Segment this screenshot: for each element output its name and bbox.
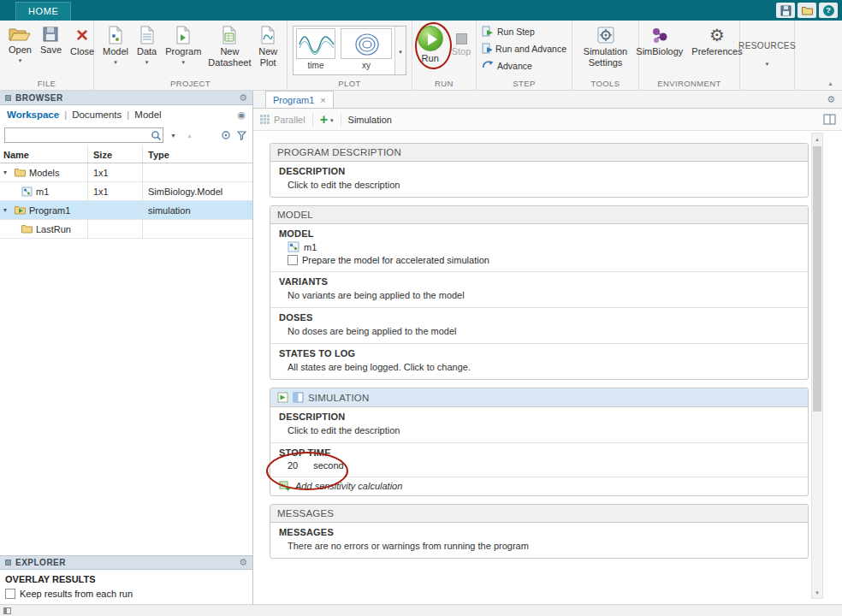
table-row-models[interactable]: ▾ Models 1x1 bbox=[0, 163, 252, 182]
group-label-run: RUN bbox=[412, 79, 476, 88]
scope-icon[interactable] bbox=[219, 129, 232, 142]
panel-toggle-icon[interactable] bbox=[3, 607, 11, 614]
doses-block[interactable]: DOSES No doses are being applied to the … bbox=[270, 307, 808, 343]
column-header-type[interactable]: Type bbox=[143, 146, 252, 163]
tab-model[interactable]: Model bbox=[134, 110, 161, 120]
scroll-down-icon[interactable]: ▾ bbox=[812, 587, 822, 598]
keep-results-row[interactable]: Keep results from each run bbox=[0, 586, 252, 604]
tab-documents[interactable]: Documents bbox=[72, 110, 122, 120]
prepare-model-row[interactable]: Prepare the model for accelerated simula… bbox=[279, 255, 799, 265]
save-button[interactable]: Save bbox=[37, 24, 65, 57]
explorer-panel-header[interactable]: EXPLORER ⚙ bbox=[0, 555, 252, 570]
add-sensitivity-row[interactable]: Add sensitivity calculation bbox=[270, 477, 808, 495]
column-header-name[interactable]: Name bbox=[0, 146, 88, 163]
gallery-dropdown-button[interactable]: ▾ bbox=[394, 27, 406, 74]
keep-results-checkbox[interactable] bbox=[5, 589, 15, 599]
toolbar-separator bbox=[312, 113, 313, 127]
table-row-m1[interactable]: m1 1x1 SimBiology.Model bbox=[0, 182, 252, 201]
search-input[interactable] bbox=[5, 128, 149, 142]
tab-program1[interactable]: Program1 × bbox=[265, 91, 334, 108]
collapse-ribbon-icon[interactable]: ▲ bbox=[827, 80, 833, 86]
variants-text[interactable]: No variants are being applied to the mod… bbox=[279, 289, 799, 301]
row-type bbox=[143, 163, 252, 181]
gear-icon[interactable]: ⚙ bbox=[827, 94, 835, 105]
description-text[interactable]: Click to edit the description bbox=[279, 179, 799, 191]
add-step-button[interactable]: + ▾ bbox=[320, 114, 334, 126]
new-datasheet-label: New Datasheet bbox=[208, 46, 251, 68]
model-section-header[interactable]: MODEL bbox=[270, 206, 808, 224]
table-header-row[interactable]: Name Size Type bbox=[0, 146, 252, 163]
help-button[interactable]: ? bbox=[819, 3, 838, 18]
save-quick-button[interactable] bbox=[776, 3, 795, 18]
table-row-program1[interactable]: ▾ Program1 simulation bbox=[0, 201, 252, 220]
run-button[interactable]: Run bbox=[414, 24, 447, 66]
browser-search-row: ▾ ▴ bbox=[0, 124, 252, 146]
twisty-open-icon[interactable]: ▾ bbox=[3, 206, 11, 214]
search-box[interactable] bbox=[4, 127, 163, 143]
scrollbar-thumb[interactable] bbox=[813, 146, 821, 412]
states-to-log-text[interactable]: All states are being logged. Click to ch… bbox=[279, 361, 799, 373]
gear-icon[interactable]: ⚙ bbox=[239, 93, 247, 103]
parallel-button[interactable]: Parallel bbox=[260, 115, 305, 125]
new-datasheet-button[interactable]: New Datasheet bbox=[206, 24, 252, 69]
add-sensitivity-link[interactable]: Add sensitivity calculation bbox=[295, 481, 402, 491]
simbiology-button[interactable]: SimBiology bbox=[632, 24, 686, 59]
filter-icon[interactable] bbox=[235, 129, 248, 142]
run-step-button[interactable]: Run Step bbox=[482, 26, 566, 37]
titlebar: HOME ? bbox=[0, 0, 842, 21]
close-icon[interactable]: × bbox=[320, 95, 325, 105]
preferences-button[interactable]: ⚙ Preferences bbox=[688, 24, 745, 59]
run-and-advance-button[interactable]: Run and Advance bbox=[482, 43, 566, 54]
close-x-icon: × bbox=[76, 26, 88, 44]
gear-icon[interactable]: ⚙ bbox=[239, 558, 247, 567]
program-button[interactable]: Program ▾ bbox=[162, 24, 205, 67]
plot-type-time[interactable]: time bbox=[294, 27, 338, 74]
messages-section-header[interactable]: MESSAGES bbox=[270, 505, 808, 523]
search-previous-icon[interactable]: ▴ bbox=[183, 129, 196, 142]
model-m1-row[interactable]: m1 bbox=[279, 241, 799, 252]
tab-workspace[interactable]: Workspace bbox=[7, 110, 59, 120]
twisty-open-icon[interactable]: ▾ bbox=[3, 169, 11, 176]
new-plot-label: New Plot bbox=[258, 46, 278, 68]
ribbon-group-environment: SimBiology ⚙ Preferences ENVIRONMENT bbox=[639, 21, 740, 90]
row-type: simulation bbox=[143, 201, 252, 219]
tab-home[interactable]: HOME bbox=[15, 2, 71, 21]
column-header-size[interactable]: Size bbox=[88, 146, 143, 163]
states-to-log-block[interactable]: STATES TO LOG All states are being logge… bbox=[270, 343, 808, 379]
search-icon[interactable] bbox=[149, 130, 163, 141]
variants-block[interactable]: VARIANTS No variants are being applied t… bbox=[270, 271, 808, 307]
search-options-chevron-icon[interactable]: ▾ bbox=[167, 129, 180, 142]
simbiology-label: SimBiology bbox=[636, 46, 683, 57]
plot-type-xy[interactable]: xy bbox=[338, 27, 394, 74]
open-quick-button[interactable] bbox=[798, 3, 816, 18]
stop-time-block[interactable]: STOP TIME 20 second bbox=[270, 442, 808, 477]
help-icon: ? bbox=[823, 5, 834, 16]
description-block[interactable]: DESCRIPTION Click to edit the descriptio… bbox=[270, 162, 808, 197]
scroll-up-icon[interactable]: ▴ bbox=[812, 133, 822, 145]
program-description-header[interactable]: PROGRAM DESCRIPTION bbox=[270, 144, 808, 162]
stop-time-value[interactable]: 20 bbox=[288, 460, 298, 471]
stop-time-unit[interactable]: second bbox=[313, 460, 343, 471]
new-plot-button[interactable]: New Plot bbox=[254, 24, 282, 69]
data-button[interactable]: Data ▾ bbox=[133, 24, 160, 67]
stop-button[interactable]: Stop bbox=[448, 24, 475, 59]
model-button[interactable]: Model ▾ bbox=[99, 24, 132, 67]
prepare-model-checkbox[interactable] bbox=[288, 255, 298, 265]
panel-options-icon[interactable]: ◉ bbox=[237, 110, 246, 121]
simulation-description-block[interactable]: DESCRIPTION Click to edit the descriptio… bbox=[270, 407, 808, 442]
chevron-down-icon: ▾ bbox=[145, 59, 149, 65]
doses-text[interactable]: No doses are being applied to the model bbox=[279, 325, 799, 337]
panel-handle-icon bbox=[5, 560, 11, 566]
open-button[interactable]: Open ▾ bbox=[5, 24, 35, 65]
simulation-section-header[interactable]: SIMULATION bbox=[270, 388, 808, 407]
browser-panel-header[interactable]: BROWSER ⚙ bbox=[0, 91, 252, 105]
table-row-lastrun[interactable]: LastRun bbox=[0, 220, 252, 239]
advance-button[interactable]: Advance bbox=[482, 60, 566, 71]
description-text[interactable]: Click to edit the description bbox=[279, 424, 799, 436]
simulation-settings-button[interactable]: Simulation Settings bbox=[578, 24, 633, 69]
ribbon-group-resources[interactable]: RESOURCES ▾ bbox=[740, 21, 795, 90]
close-button[interactable]: × Close bbox=[67, 24, 98, 59]
chevron-down-icon: ▾ bbox=[330, 117, 334, 123]
vertical-scrollbar[interactable]: ▴ ▾ bbox=[811, 133, 823, 599]
layout-icon[interactable] bbox=[823, 114, 836, 127]
